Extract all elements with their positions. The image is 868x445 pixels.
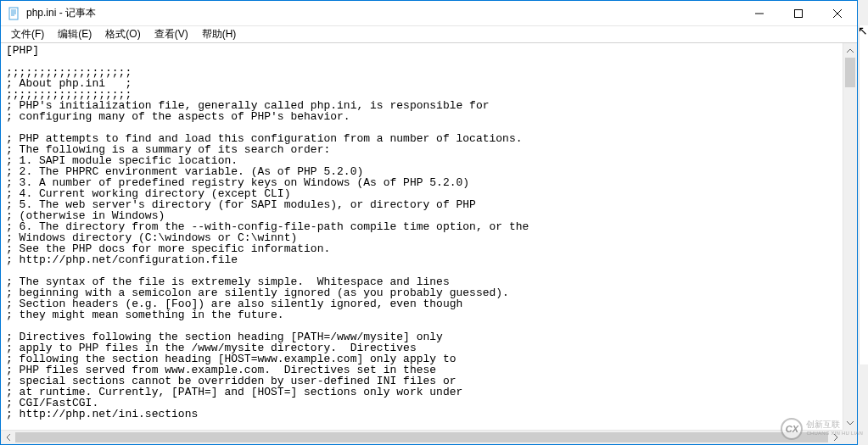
scroll-left-button[interactable] [1, 431, 15, 444]
titlebar[interactable]: php.ini - 记事本 [1, 1, 857, 26]
scroll-thumb-horizontal[interactable] [15, 432, 828, 442]
maximize-button[interactable] [779, 1, 818, 26]
svg-rect-6 [795, 10, 803, 18]
minimize-button[interactable] [740, 1, 779, 26]
watermark: CX 创新互联 CHUANG XIN HU LIAN [781, 418, 863, 440]
watermark-text: 创新互联 CHUANG XIN HU LIAN [806, 420, 863, 438]
text-content[interactable]: [PHP] ;;;;;;;;;;;;;;;;;;; ; About php.in… [1, 43, 843, 430]
watermark-badge: CX [781, 418, 803, 440]
menubar: 文件(F) 编辑(E) 格式(O) 查看(V) 帮助(H) [1, 26, 857, 43]
maximize-icon [794, 9, 803, 18]
cursor-icon: ↖ [858, 24, 868, 37]
vertical-scrollbar[interactable] [843, 43, 857, 430]
horizontal-scroll-row [1, 430, 857, 444]
watermark-line1: 创新互联 [806, 420, 863, 429]
watermark-line2: CHUANG XIN HU LIAN [806, 429, 863, 438]
close-button[interactable] [818, 1, 857, 26]
notepad-window: php.ini - 记事本 文件(F) 编辑(E) 格式(O) 查看(V) 帮助… [0, 0, 858, 445]
horizontal-scrollbar[interactable] [1, 430, 843, 444]
window-title: php.ini - 记事本 [26, 6, 740, 20]
background-window-edge [859, 25, 868, 364]
content-area: [PHP] ;;;;;;;;;;;;;;;;;;; ; About php.in… [1, 43, 857, 430]
menu-format[interactable]: 格式(O) [98, 25, 147, 43]
menu-edit[interactable]: 编辑(E) [51, 25, 98, 43]
menu-view[interactable]: 查看(V) [148, 25, 195, 43]
menu-help[interactable]: 帮助(H) [195, 25, 244, 43]
chevron-up-icon [847, 49, 854, 53]
scroll-track-horizontal[interactable] [15, 431, 828, 444]
app-icon [8, 7, 21, 20]
close-icon [833, 9, 842, 18]
menu-file[interactable]: 文件(F) [4, 25, 51, 43]
scroll-thumb-vertical[interactable] [845, 58, 855, 87]
scroll-up-button[interactable] [843, 43, 857, 58]
chevron-left-icon [7, 434, 10, 441]
scroll-track-vertical[interactable] [843, 58, 857, 415]
minimize-icon [755, 9, 764, 18]
window-controls [740, 1, 857, 25]
